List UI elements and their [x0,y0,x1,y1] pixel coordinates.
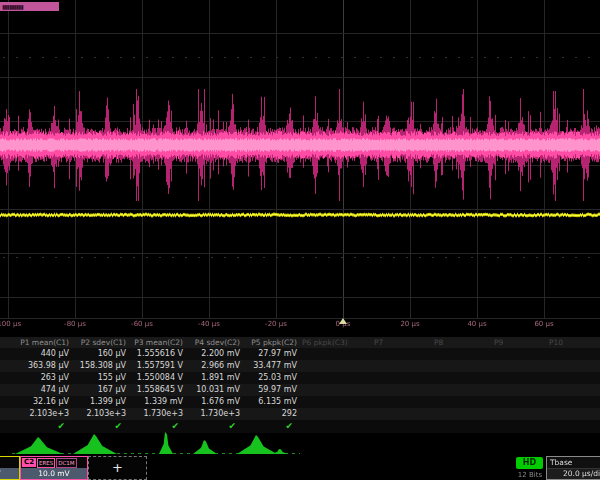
time-tick-label: 40 µs [467,320,486,328]
timebase-value: 20.0 µs/div [547,469,600,479]
channel-c2-descriptor[interactable]: C2 ERES DC1M 10.0 mV [20,456,88,480]
param-header-p2[interactable]: P2 sdev(C1) [69,337,126,348]
c2-label: C2 [22,458,36,467]
time-tick-label: 20 µs [400,320,419,328]
stat-min-p4: 1.891 mV [183,372,240,384]
stat-mean-p3: 1.557591 V [126,360,183,372]
time-tick-label: -40 µs [198,320,220,328]
hd-mode-badge[interactable]: HD [516,457,543,469]
stat-max-p2: 167 µV [69,384,126,396]
stat-min-p1: 263 µV [12,372,69,384]
stat-max-p4: 10.031 mV [183,384,240,396]
histicon-peak [159,432,173,454]
time-axis: -100 µs-80 µs-60 µs-40 µs-20 µs0 µs20 µs… [0,320,600,332]
time-tick-label: 60 µs [534,320,553,328]
stat-max-p5: 59.97 mV [240,384,297,396]
param-header-inactive[interactable]: P10 [549,337,563,348]
param-header-inactive[interactable]: P6 pkpk(C3) [302,337,348,348]
time-tick-label: -20 µs [265,320,287,328]
channel-c1-descriptor[interactable]: C1 DC1M 10.0 mV [0,456,20,480]
stat-value-p5: 27.97 mV [240,348,297,360]
c2-scale: 10.0 mV [21,468,87,479]
stat-mean-p1: 363.98 µV [12,360,69,372]
stat-sdev-p1: 32.16 µV [12,396,69,408]
timebase-title: Tbase [547,457,600,469]
stat-mean-p4: 2.966 mV [183,360,240,372]
timebase-descriptor[interactable]: Tbase 20.0 µs/div [546,456,600,480]
histicon-peak [237,435,277,454]
trace-annotation-badge: ▮▮▮▮▮▮▮▮▮ [0,2,59,11]
stat-value-p2: 160 µV [69,348,126,360]
stat-num-p2: 2.103e+3 [69,408,126,420]
stat-mean-p2: 158.308 µV [69,360,126,372]
trigger-position-marker[interactable] [339,318,347,324]
stat-sdev-p5: 6.135 mV [240,396,297,408]
stat-value-p3: 1.555616 V [126,348,183,360]
stat-sdev-p4: 1.676 mV [183,396,240,408]
histicon-peak [272,449,288,454]
time-tick-label: -60 µs [131,320,153,328]
stat-min-p3: 1.550084 V [126,372,183,384]
c2-coupling-badge: DC1M [56,458,76,468]
measurement-histicons [0,430,600,456]
stat-num-p3: 1.730e+3 [126,408,183,420]
time-tick-label: -80 µs [64,320,86,328]
param-header-inactive[interactable]: P8 [434,337,443,348]
stat-value-p4: 2.200 mV [183,348,240,360]
hd-bits-label: 12 Bits [514,471,546,479]
time-tick-label: -100 µs [0,320,21,328]
param-header-inactive[interactable]: P7 [374,337,383,348]
stat-max-p1: 474 µV [12,384,69,396]
param-header-p5[interactable]: P5 pkpk(C2) [240,337,297,348]
measurement-table: P1 mean(C1)P2 sdev(C1)P3 mean(C2)P4 sdev… [0,337,600,433]
param-header-p4[interactable]: P4 sdev(C2) [183,337,240,348]
oscilloscope-screen: ▮▮▮▮▮▮▮▮▮ -100 µs-80 µs-60 µs-40 µs-20 µ… [0,0,600,480]
param-header-p3[interactable]: P3 mean(C2) [126,337,183,348]
stat-min-p5: 25.03 mV [240,372,297,384]
stat-sdev-p3: 1.339 mV [126,396,183,408]
add-trace-button[interactable]: + [88,456,147,480]
stat-value-p1: 440 µV [12,348,69,360]
c1-scale: 10.0 mV [0,468,19,479]
plus-icon: + [112,460,123,475]
histicon-peak [73,434,117,454]
waveform-grid [0,0,600,334]
histicon-peak [193,440,217,454]
stat-min-p2: 155 µV [69,372,126,384]
param-header-inactive[interactable]: P9 [494,337,503,348]
stat-num-p1: 2.103e+3 [12,408,69,420]
param-header-p1[interactable]: P1 mean(C1) [12,337,69,348]
c2-eres-badge: ERES [37,458,55,468]
stat-sdev-p2: 1.399 µV [69,396,126,408]
stat-mean-p5: 33.477 mV [240,360,297,372]
stat-num-p5: 292 [240,408,297,420]
stat-num-p4: 1.730e+3 [183,408,240,420]
descriptor-bar: C1 DC1M 10.0 mV C2 ERES DC1M 10.0 mV + H… [0,456,600,480]
stat-max-p3: 1.558645 V [126,384,183,396]
histicon-peak [15,437,63,454]
